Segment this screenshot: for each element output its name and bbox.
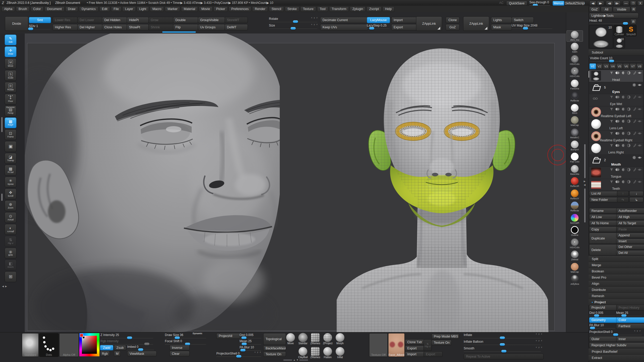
zsub-button[interactable]: Zsub: [114, 345, 126, 350]
subtool-row-eyeball-left[interactable]: Realtime Eyeball Left: [589, 106, 643, 118]
current-color-swatch[interactable]: [80, 334, 83, 337]
all-low-button[interactable]: All Low: [589, 214, 618, 220]
paint-brush-icon[interactable]: [632, 144, 636, 147]
floor-button[interactable]: x y z↧Floor: [5, 94, 16, 105]
new-folder-button[interactable]: New Folder: [589, 197, 618, 202]
visibility-eye-icon[interactable]: [638, 119, 641, 123]
material-item[interactable]: MatCap: [567, 116, 583, 127]
polypaint-funnel-icon[interactable]: [610, 180, 613, 184]
pa-blur-slider[interactable]: PA Blur 10: [589, 323, 615, 329]
polypaint-funnel-icon[interactable]: [610, 119, 613, 123]
shaded-toggle-icon[interactable]: [622, 119, 625, 123]
tool-r-button[interactable]: R: [630, 19, 637, 24]
visibility-eye-icon[interactable]: [638, 144, 641, 147]
del-lower-button[interactable]: Del Lower: [77, 17, 103, 23]
visible-count-slider[interactable]: Visible Count 10: [590, 56, 641, 62]
lower-res-button[interactable]: Lower Res: [53, 17, 78, 23]
smt-button[interactable]: Smt: [29, 17, 51, 23]
viewmask-button[interactable]: ViewMask: [127, 351, 157, 356]
edit-tool-button[interactable]: ✎Edit: [5, 35, 16, 45]
mean-slider[interactable]: Mean 25: [616, 311, 642, 316]
brush-slot-move[interactable]: Move: [285, 333, 296, 345]
subtool-view-tab[interactable]: V6: [623, 63, 630, 69]
move-subtool-down-button[interactable]: ↓: [629, 191, 643, 196]
delete-button[interactable]: Delete: [589, 244, 618, 255]
goz-all-button[interactable]: All: [601, 7, 612, 12]
subtool-row-eyeball-right[interactable]: Realtime Eyeball Right: [589, 131, 643, 143]
focal-shift-slider[interactable]: Focal Shift 0: [165, 339, 206, 344]
list-all-button[interactable]: List All: [589, 191, 618, 196]
contrast-toggle-icon[interactable]: [627, 119, 631, 123]
polypaint-toggle-icon[interactable]: [615, 119, 620, 123]
menu-item[interactable]: Alpha: [2, 6, 15, 12]
rgb-intensity-slider[interactable]: Rgb Intensity: [100, 339, 153, 344]
merge-section[interactable]: Merge: [589, 262, 644, 268]
frame-button[interactable]: ⊡Frame: [5, 129, 16, 140]
material-item[interactable]: FastSha: [567, 79, 583, 90]
contrast-toggle-icon[interactable]: [627, 180, 631, 184]
dist-slider[interactable]: Dist 0.005: [589, 311, 615, 316]
subtool-view-tab[interactable]: V1: [589, 63, 596, 69]
higher-res-button[interactable]: Higher Res: [53, 24, 78, 30]
clear-button[interactable]: Clear: [170, 351, 190, 356]
export-button[interactable]: Export: [391, 24, 417, 30]
material-item[interactable]: ReflectY: [567, 189, 583, 200]
m-button[interactable]: M: [114, 351, 121, 356]
brush-slot-zremesher[interactable]: ZRemes: [309, 333, 321, 345]
menu-item[interactable]: Color: [31, 6, 44, 12]
lazystep-slider[interactable]: LazyStep 0.25: [367, 24, 389, 29]
default-zscript-button[interactable]: DefaultZScript: [565, 1, 585, 6]
outer-button[interactable]: Outer: [589, 336, 618, 342]
del-all-button[interactable]: Del All: [616, 250, 644, 255]
palette-cycle-left-icon[interactable]: ◂▦: [606, 1, 613, 6]
menu-item[interactable]: File: [111, 6, 121, 12]
close-holes-button[interactable]: Close Holes: [102, 24, 127, 30]
quicksave-button[interactable]: QuickSave: [506, 1, 527, 6]
folder-gear-icon[interactable]: [632, 83, 636, 87]
inflate-balloon-slider[interactable]: Inflate Balloon: [464, 340, 541, 345]
polypaint-funnel-icon[interactable]: [610, 168, 613, 171]
polypaint-toggle-icon[interactable]: [615, 180, 620, 184]
paint-brush-icon[interactable]: [632, 132, 636, 135]
del-other-button[interactable]: Del Other: [616, 244, 644, 249]
polypaint-funnel-icon[interactable]: [610, 95, 613, 99]
projection-shell-shelf-slider[interactable]: ProjectionShell 0: [216, 352, 261, 357]
color-button[interactable]: Color: [616, 317, 644, 323]
backfacemask-button[interactable]: BackfaceMask: [263, 346, 286, 351]
split-section[interactable]: Split: [589, 256, 644, 262]
menu-item[interactable]: Movie: [199, 6, 213, 12]
tray-collapse-left-icon[interactable]: ◀: [2, 285, 4, 288]
subtool-view-tab[interactable]: V5: [616, 63, 623, 69]
grow-button[interactable]: Grow: [148, 17, 174, 23]
material-scroll-up-icon[interactable]: ◀: [584, 184, 586, 186]
size-slider[interactable]: Size: [269, 24, 317, 29]
del-higher-button[interactable]: Del Higher: [77, 24, 103, 30]
shaded-toggle-icon[interactable]: [622, 132, 625, 135]
polypaint-toggle-icon[interactable]: [615, 132, 620, 135]
shaded-toggle-icon[interactable]: [622, 144, 625, 147]
paint-brush-icon[interactable]: [632, 71, 636, 75]
polypaint-funnel-icon[interactable]: [610, 71, 613, 75]
projectall-button[interactable]: ProjectAll: [589, 305, 618, 311]
menu-item[interactable]: Picker: [214, 6, 228, 12]
insert-button[interactable]: Insert: [616, 239, 644, 244]
storemt-button[interactable]: StoreMT: [225, 17, 248, 23]
shelf-scroll-indicator[interactable]: [162, 31, 196, 33]
groupvisible-button[interactable]: GroupVisible: [198, 17, 225, 23]
menu-item[interactable]: Zscript: [367, 6, 382, 12]
material-item[interactable]: Blinn: [567, 104, 583, 115]
rename-button[interactable]: Rename: [589, 208, 618, 213]
projectall-shelf-button[interactable]: ProjectAll: [216, 333, 240, 339]
shrink-button[interactable]: Shrink: [148, 24, 174, 30]
all-to-target-button[interactable]: All To Target: [616, 220, 644, 226]
subtool-folder-mouth[interactable]: 2 Mouth: [589, 155, 643, 167]
clone-button[interactable]: Clone: [446, 17, 460, 23]
polypaint-toggle-icon[interactable]: [615, 95, 620, 99]
mask-button[interactable]: Mask: [491, 24, 512, 30]
material-item[interactable]: Flat Colo: [567, 152, 583, 163]
visibility-eye-icon[interactable]: [638, 95, 641, 99]
subtool-view-tab[interactable]: V4: [609, 63, 616, 69]
persp-button[interactable]: Dynamic▤Persp: [5, 106, 16, 116]
paint-brush-icon[interactable]: [632, 119, 636, 123]
current-tool-thumbnail[interactable]: 10 Head: [589, 25, 613, 48]
